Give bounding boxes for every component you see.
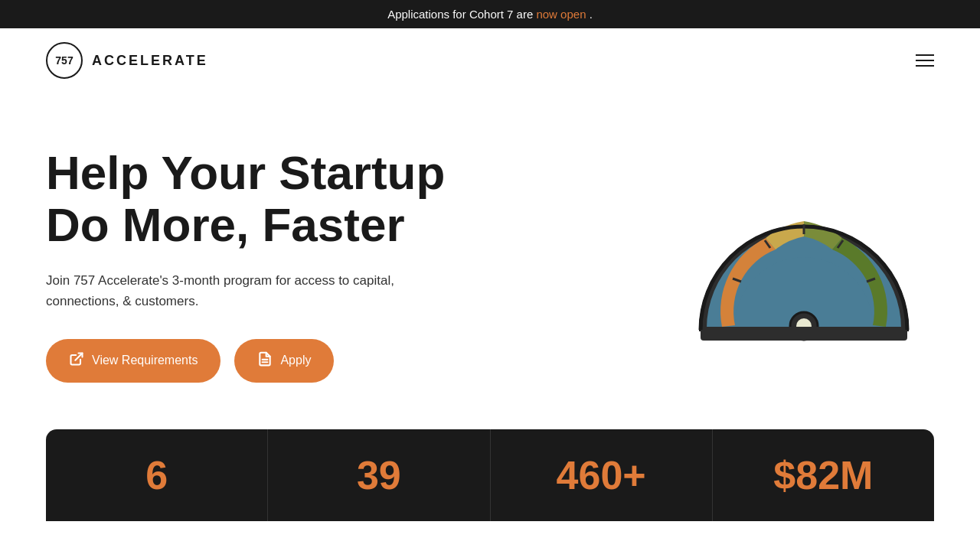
logo-circle: 757 — [46, 42, 83, 79]
hamburger-line-2 — [916, 60, 934, 61]
speedometer-svg — [685, 177, 923, 353]
svg-rect-5 — [701, 327, 907, 341]
hamburger-line-1 — [916, 54, 934, 56]
announcement-bar: Applications for Cohort 7 are now open . — [0, 0, 980, 28]
hero-content: Help Your Startup Do More, Faster Join 7… — [46, 147, 445, 383]
hero-title: Help Your Startup Do More, Faster — [46, 147, 445, 251]
announcement-link[interactable]: now open — [536, 8, 586, 21]
stat-item-4: $82M — [713, 429, 934, 521]
logo-text: ACCELERATE — [92, 53, 208, 69]
document-icon — [257, 351, 273, 370]
stat-item-2: 39 — [268, 429, 490, 521]
announcement-text: Applications for Cohort 7 are — [387, 8, 536, 21]
hamburger-line-3 — [916, 65, 934, 67]
navbar: 757 ACCELERATE — [0, 28, 980, 93]
logo[interactable]: 757 ACCELERATE — [46, 42, 208, 79]
svg-line-0 — [75, 353, 82, 360]
stat-item-1: 6 — [46, 429, 268, 521]
external-link-icon — [69, 351, 84, 370]
apply-button[interactable]: Apply — [234, 339, 334, 383]
stats-bar: 6 39 460+ $82M — [46, 429, 934, 521]
stat-value-2: 39 — [357, 455, 401, 495]
stat-value-3: 460+ — [557, 455, 646, 495]
speedometer-illustration — [674, 177, 934, 353]
hero-section: Help Your Startup Do More, Faster Join 7… — [0, 93, 980, 429]
view-requirements-button[interactable]: View Requirements — [46, 339, 220, 383]
hero-buttons: View Requirements Apply — [46, 339, 445, 383]
stat-value-4: $82M — [773, 455, 873, 495]
announcement-suffix: . — [590, 8, 593, 21]
stat-item-3: 460+ — [491, 429, 713, 521]
stat-value-1: 6 — [145, 455, 168, 495]
hero-subtitle: Join 757 Accelerate's 3-month program fo… — [46, 270, 444, 311]
hamburger-menu-button[interactable] — [916, 54, 934, 67]
